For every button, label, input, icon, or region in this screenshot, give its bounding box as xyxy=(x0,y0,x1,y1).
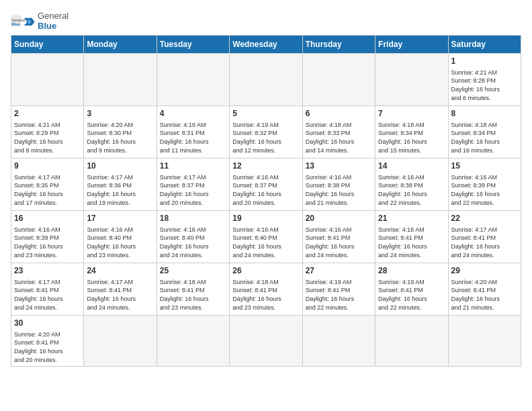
day-number: 27 xyxy=(306,265,372,277)
day-info: Sunrise: 4:19 AMSunset: 8:32 PMDaylight:… xyxy=(232,121,299,154)
day-number: 2 xyxy=(14,108,81,120)
svg-text:Blue: Blue xyxy=(11,22,19,26)
day-cell: 3Sunrise: 4:20 AMSunset: 8:30 PMDaylight… xyxy=(84,106,157,158)
day-info: Sunrise: 4:16 AMSunset: 8:39 PMDaylight:… xyxy=(451,173,518,207)
day-cell xyxy=(375,316,448,367)
day-cell: 26Sunrise: 4:18 AMSunset: 8:41 PMDayligh… xyxy=(230,263,302,316)
day-info: Sunrise: 4:21 AMSunset: 8:28 PMDaylight:… xyxy=(451,68,518,102)
day-cell xyxy=(230,316,302,367)
week-row-6: 30Sunrise: 4:20 AMSunset: 8:41 PMDayligh… xyxy=(11,316,521,367)
day-cell xyxy=(302,54,375,106)
day-info: Sunrise: 4:16 AMSunset: 8:37 PMDaylight:… xyxy=(232,173,299,207)
day-cell: 15Sunrise: 4:16 AMSunset: 8:39 PMDayligh… xyxy=(448,158,521,211)
day-number: 26 xyxy=(232,265,299,277)
day-number: 14 xyxy=(378,161,445,172)
day-number: 25 xyxy=(160,265,226,277)
week-row-2: 2Sunrise: 4:21 AMSunset: 8:29 PMDaylight… xyxy=(11,106,521,158)
day-info: Sunrise: 4:17 AMSunset: 8:41 PMDaylight:… xyxy=(87,278,153,312)
day-number: 10 xyxy=(87,161,153,172)
day-info: Sunrise: 4:18 AMSunset: 8:34 PMDaylight:… xyxy=(451,121,518,154)
day-info: Sunrise: 4:17 AMSunset: 8:36 PMDaylight:… xyxy=(87,173,153,207)
day-cell: 14Sunrise: 4:16 AMSunset: 8:38 PMDayligh… xyxy=(375,158,448,211)
day-cell: 25Sunrise: 4:18 AMSunset: 8:41 PMDayligh… xyxy=(157,263,229,316)
day-info: Sunrise: 4:16 AMSunset: 8:40 PMDaylight:… xyxy=(232,226,299,259)
day-info: Sunrise: 4:20 AMSunset: 8:30 PMDaylight:… xyxy=(87,121,153,154)
day-number: 30 xyxy=(14,318,81,329)
day-info: Sunrise: 4:16 AMSunset: 8:40 PMDaylight:… xyxy=(87,226,153,259)
day-number: 13 xyxy=(306,161,372,172)
day-number: 15 xyxy=(451,161,518,172)
logo: General Blue General Blue xyxy=(11,11,69,31)
day-cell: 28Sunrise: 4:19 AMSunset: 8:41 PMDayligh… xyxy=(375,263,448,316)
day-number: 16 xyxy=(14,213,81,224)
day-cell: 29Sunrise: 4:20 AMSunset: 8:41 PMDayligh… xyxy=(448,263,521,316)
week-row-5: 23Sunrise: 4:17 AMSunset: 8:41 PMDayligh… xyxy=(11,263,521,316)
day-cell xyxy=(375,54,448,106)
day-number: 9 xyxy=(14,161,81,172)
day-number: 1 xyxy=(451,56,518,67)
day-number: 29 xyxy=(451,265,518,277)
day-info: Sunrise: 4:16 AMSunset: 8:41 PMDaylight:… xyxy=(378,226,445,259)
day-info: Sunrise: 4:17 AMSunset: 8:41 PMDaylight:… xyxy=(451,226,518,259)
day-info: Sunrise: 4:16 AMSunset: 8:38 PMDaylight:… xyxy=(378,173,445,207)
day-cell: 18Sunrise: 4:16 AMSunset: 8:40 PMDayligh… xyxy=(157,211,229,263)
day-info: Sunrise: 4:21 AMSunset: 8:29 PMDaylight:… xyxy=(14,121,81,154)
day-cell xyxy=(84,54,157,106)
day-cell xyxy=(302,316,375,367)
day-number: 22 xyxy=(451,213,518,224)
col-header-wednesday: Wednesday xyxy=(230,36,302,54)
day-number: 19 xyxy=(232,213,299,224)
day-number: 21 xyxy=(378,213,445,224)
day-cell: 27Sunrise: 4:19 AMSunset: 8:41 PMDayligh… xyxy=(302,263,375,316)
day-info: Sunrise: 4:16 AMSunset: 8:39 PMDaylight:… xyxy=(14,226,81,259)
day-info: Sunrise: 4:17 AMSunset: 8:35 PMDaylight:… xyxy=(14,173,81,207)
day-number: 18 xyxy=(160,213,226,224)
day-info: Sunrise: 4:19 AMSunset: 8:31 PMDaylight:… xyxy=(160,121,226,154)
day-cell: 30Sunrise: 4:20 AMSunset: 8:41 PMDayligh… xyxy=(11,316,84,367)
day-info: Sunrise: 4:18 AMSunset: 8:41 PMDaylight:… xyxy=(232,278,299,312)
day-cell: 12Sunrise: 4:16 AMSunset: 8:37 PMDayligh… xyxy=(230,158,302,211)
day-number: 4 xyxy=(160,108,226,120)
day-number: 7 xyxy=(378,108,445,120)
day-info: Sunrise: 4:18 AMSunset: 8:33 PMDaylight:… xyxy=(306,121,372,154)
week-row-3: 9Sunrise: 4:17 AMSunset: 8:35 PMDaylight… xyxy=(11,158,521,211)
day-cell: 9Sunrise: 4:17 AMSunset: 8:35 PMDaylight… xyxy=(11,158,84,211)
day-cell xyxy=(230,54,302,106)
day-info: Sunrise: 4:18 AMSunset: 8:41 PMDaylight:… xyxy=(160,278,226,312)
day-cell: 8Sunrise: 4:18 AMSunset: 8:34 PMDaylight… xyxy=(448,106,521,158)
day-info: Sunrise: 4:16 AMSunset: 8:41 PMDaylight:… xyxy=(306,226,372,259)
day-cell: 1Sunrise: 4:21 AMSunset: 8:28 PMDaylight… xyxy=(448,54,521,106)
day-cell: 6Sunrise: 4:18 AMSunset: 8:33 PMDaylight… xyxy=(302,106,375,158)
day-number: 6 xyxy=(306,108,372,120)
day-cell: 13Sunrise: 4:16 AMSunset: 8:38 PMDayligh… xyxy=(302,158,375,211)
day-number: 17 xyxy=(87,213,153,224)
day-cell: 4Sunrise: 4:19 AMSunset: 8:31 PMDaylight… xyxy=(157,106,229,158)
col-header-friday: Friday xyxy=(375,36,448,54)
day-number: 11 xyxy=(160,161,226,172)
day-cell: 19Sunrise: 4:16 AMSunset: 8:40 PMDayligh… xyxy=(230,211,302,263)
week-row-4: 16Sunrise: 4:16 AMSunset: 8:39 PMDayligh… xyxy=(11,211,521,263)
day-cell xyxy=(11,54,84,106)
day-cell xyxy=(448,316,521,367)
day-number: 20 xyxy=(306,213,372,224)
day-cell: 22Sunrise: 4:17 AMSunset: 8:41 PMDayligh… xyxy=(448,211,521,263)
day-number: 8 xyxy=(451,108,518,120)
week-row-1: 1Sunrise: 4:21 AMSunset: 8:28 PMDaylight… xyxy=(11,54,521,106)
col-header-tuesday: Tuesday xyxy=(157,36,229,54)
day-info: Sunrise: 4:17 AMSunset: 8:41 PMDaylight:… xyxy=(14,278,81,312)
day-cell: 7Sunrise: 4:18 AMSunset: 8:34 PMDaylight… xyxy=(375,106,448,158)
day-cell xyxy=(84,316,157,367)
day-cell: 24Sunrise: 4:17 AMSunset: 8:41 PMDayligh… xyxy=(84,263,157,316)
day-cell xyxy=(157,316,229,367)
day-cell: 2Sunrise: 4:21 AMSunset: 8:29 PMDaylight… xyxy=(11,106,84,158)
calendar-body: 1Sunrise: 4:21 AMSunset: 8:28 PMDaylight… xyxy=(11,54,521,367)
day-number: 23 xyxy=(14,265,81,277)
day-cell: 17Sunrise: 4:16 AMSunset: 8:40 PMDayligh… xyxy=(84,211,157,263)
day-info: Sunrise: 4:20 AMSunset: 8:41 PMDaylight:… xyxy=(451,278,518,312)
col-header-thursday: Thursday xyxy=(302,36,375,54)
day-info: Sunrise: 4:19 AMSunset: 8:41 PMDaylight:… xyxy=(306,278,372,312)
day-cell: 5Sunrise: 4:19 AMSunset: 8:32 PMDaylight… xyxy=(230,106,302,158)
col-header-saturday: Saturday xyxy=(448,36,521,54)
day-number: 24 xyxy=(87,265,153,277)
day-cell xyxy=(157,54,229,106)
